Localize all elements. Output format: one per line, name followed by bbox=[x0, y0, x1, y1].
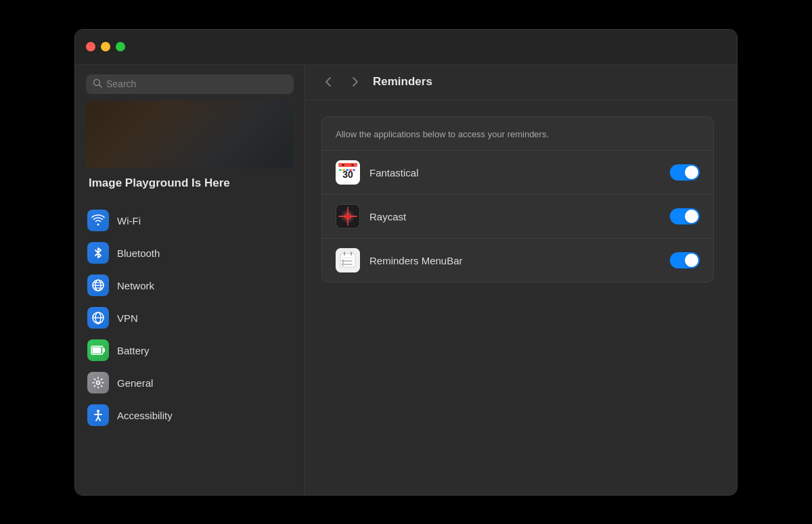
app-name-reminders-menubar: Reminders MenuBar bbox=[369, 255, 670, 266]
minimize-button[interactable] bbox=[101, 42, 110, 51]
main-header: Reminders bbox=[305, 65, 737, 100]
svg-rect-30 bbox=[342, 169, 345, 171]
app-name-raycast: Raycast bbox=[369, 211, 670, 222]
search-bar[interactable]: Search bbox=[86, 74, 294, 94]
sidebar-item-general[interactable]: General bbox=[81, 366, 299, 399]
svg-rect-29 bbox=[339, 169, 342, 171]
toggle-knob-raycast bbox=[685, 210, 698, 223]
sidebar-promo: Image Playground Is Here bbox=[75, 101, 304, 202]
svg-rect-33 bbox=[353, 169, 355, 171]
permissions-description: Allow the applications below to access y… bbox=[336, 128, 700, 141]
permissions-header: Allow the applications below to access y… bbox=[322, 117, 713, 151]
app-name-fantastical: Fantastical bbox=[369, 167, 670, 178]
sidebar-item-network[interactable]: Network bbox=[81, 269, 299, 302]
promo-image bbox=[86, 101, 294, 168]
sidebar-item-label-vpn: VPN bbox=[117, 312, 138, 324]
search-container: Search bbox=[75, 65, 304, 101]
back-button[interactable] bbox=[319, 72, 338, 91]
titlebar bbox=[75, 30, 737, 65]
sidebar-item-label-bluetooth: Bluetooth bbox=[117, 247, 160, 259]
traffic-lights bbox=[86, 42, 125, 51]
svg-point-15 bbox=[97, 381, 100, 385]
sidebar-item-vpn[interactable]: VPN bbox=[81, 302, 299, 334]
permission-row-raycast: Raycast bbox=[322, 195, 713, 239]
search-placeholder: Search bbox=[106, 78, 136, 89]
promo-blur bbox=[86, 101, 294, 168]
main-pane: Reminders Allow the applications below t… bbox=[305, 65, 737, 495]
forward-button[interactable] bbox=[346, 72, 365, 91]
svg-line-1 bbox=[99, 85, 102, 87]
raycast-icon bbox=[336, 204, 360, 229]
toggle-raycast[interactable] bbox=[670, 208, 700, 224]
svg-rect-31 bbox=[346, 169, 348, 171]
toggle-fantastical[interactable] bbox=[670, 164, 700, 181]
svg-rect-32 bbox=[349, 169, 352, 171]
fantastical-icon: 30 bbox=[336, 160, 360, 185]
bluetooth-icon bbox=[87, 242, 109, 264]
network-icon bbox=[87, 275, 109, 296]
promo-title: Image Playground Is Here bbox=[86, 175, 294, 191]
page-title: Reminders bbox=[373, 75, 432, 89]
sidebar-item-label-battery: Battery bbox=[117, 345, 150, 356]
permissions-card: Allow the applications below to access y… bbox=[321, 116, 714, 283]
permission-row-fantastical: 30 bbox=[322, 151, 713, 195]
sidebar: Search Image Playground Is Here bbox=[75, 65, 305, 495]
search-icon bbox=[93, 78, 102, 90]
toggle-knob-fantastical bbox=[685, 166, 698, 179]
sidebar-item-label-accessibility: Accessibility bbox=[117, 410, 173, 421]
sidebar-list: Wi-Fi Bluetooth bbox=[75, 201, 304, 494]
close-button[interactable] bbox=[86, 42, 95, 51]
reminders-menubar-icon bbox=[336, 248, 360, 272]
sidebar-item-label-wifi: Wi-Fi bbox=[117, 215, 141, 227]
svg-rect-14 bbox=[93, 348, 102, 354]
accessibility-icon bbox=[87, 404, 109, 426]
sidebar-item-label-network: Network bbox=[117, 280, 154, 291]
svg-line-20 bbox=[98, 417, 100, 421]
general-icon bbox=[87, 372, 109, 394]
maximize-button[interactable] bbox=[116, 42, 125, 51]
sidebar-item-bluetooth[interactable]: Bluetooth bbox=[81, 237, 299, 269]
svg-point-27 bbox=[342, 164, 344, 166]
svg-point-37 bbox=[346, 214, 350, 218]
svg-point-28 bbox=[351, 164, 354, 166]
main-body: Allow the applications below to access y… bbox=[305, 100, 737, 495]
main-content-area: Search Image Playground Is Here bbox=[75, 65, 737, 495]
toggle-knob-reminders-menubar bbox=[685, 254, 698, 267]
permission-row-reminders-menubar: Reminders MenuBar bbox=[322, 239, 713, 282]
sidebar-item-label-general: General bbox=[117, 377, 153, 389]
toggle-reminders-menubar[interactable] bbox=[670, 252, 700, 268]
battery-icon bbox=[87, 339, 109, 361]
sidebar-item-wifi[interactable]: Wi-Fi bbox=[81, 204, 299, 237]
system-preferences-window: Search Image Playground Is Here bbox=[74, 29, 738, 496]
sidebar-item-battery[interactable]: Battery bbox=[81, 334, 299, 366]
wifi-icon bbox=[87, 210, 109, 231]
svg-rect-13 bbox=[103, 348, 105, 352]
sidebar-item-accessibility[interactable]: Accessibility bbox=[81, 399, 299, 431]
vpn-icon bbox=[87, 307, 109, 329]
